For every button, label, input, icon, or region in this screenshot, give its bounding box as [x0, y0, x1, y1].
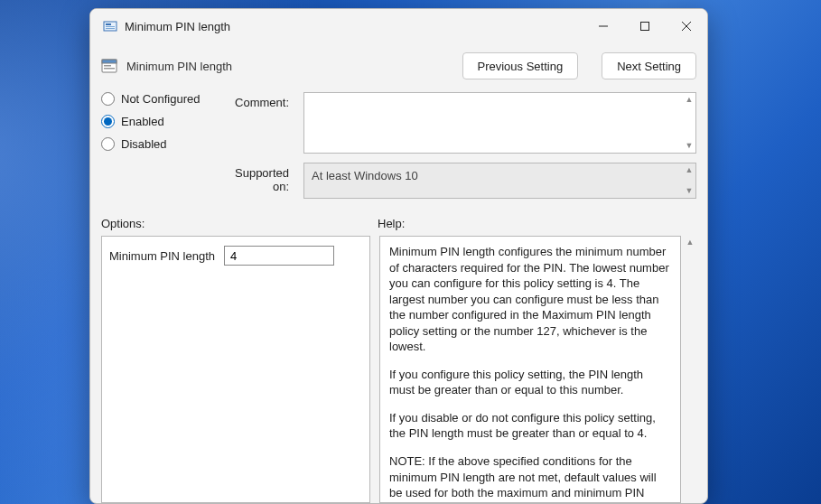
options-panel: Minimum PIN length ▲ ▼ — [101, 236, 370, 503]
radio-enabled-input[interactable] — [101, 115, 115, 128]
comment-supported-column: Comment: ▲ ▼ Supported on: At least Wind… — [222, 92, 696, 199]
close-icon — [682, 22, 691, 31]
scroll-down-icon[interactable]: ▼ — [685, 142, 694, 150]
help-paragraph: If you disable or do not configure this … — [389, 410, 671, 442]
minimize-button[interactable] — [583, 9, 624, 43]
close-button[interactable] — [666, 9, 707, 43]
panels-header: Options: Help: — [101, 217, 696, 230]
maximize-button[interactable] — [624, 9, 666, 43]
scroll-up-icon[interactable]: ▲ — [684, 238, 696, 247]
option-field-label: Minimum PIN length — [109, 249, 215, 263]
svg-rect-9 — [102, 60, 117, 63]
supported-on-box: At least Windows 10 ▲ ▼ — [303, 163, 696, 199]
scroll-down-icon[interactable]: ▼ — [685, 187, 694, 195]
svg-rect-10 — [104, 65, 111, 67]
panels-row: Minimum PIN length ▲ ▼ Minimum PIN lengt… — [101, 236, 696, 503]
state-radio-group: Not Configured Enabled Disabled — [101, 92, 210, 199]
policy-icon — [101, 58, 117, 74]
app-icon — [103, 19, 117, 33]
radio-not-configured-label: Not Configured — [121, 92, 200, 106]
scroll-up-icon[interactable]: ▲ — [685, 166, 694, 174]
maximize-icon — [640, 22, 649, 31]
scroll-up-icon[interactable]: ▲ — [685, 96, 694, 104]
svg-rect-3 — [106, 28, 115, 29]
supported-label: Supported on: — [222, 163, 303, 199]
radio-disabled[interactable]: Disabled — [101, 137, 210, 151]
comment-textarea[interactable]: ▲ ▼ — [303, 92, 696, 154]
titlebar: Minimum PIN length — [90, 9, 707, 43]
radio-enabled-label: Enabled — [121, 115, 164, 128]
content-area: Minimum PIN length Previous Setting Next… — [90, 43, 707, 503]
min-pin-length-input[interactable] — [225, 247, 387, 265]
header-row: Minimum PIN length Previous Setting Next… — [101, 52, 696, 79]
comment-label: Comment: — [222, 92, 303, 154]
help-panel: Minimum PIN length configures the minimu… — [379, 236, 681, 503]
policy-subtitle: Minimum PIN length — [126, 60, 232, 73]
policy-editor-window: Minimum PIN length Minimum PIN length Pr… — [89, 8, 708, 504]
radio-not-configured[interactable]: Not Configured — [101, 92, 210, 106]
options-header: Options: — [101, 217, 378, 230]
previous-setting-button[interactable]: Previous Setting — [462, 52, 579, 79]
svg-rect-11 — [104, 68, 115, 70]
supported-value: At least Windows 10 — [312, 169, 418, 182]
svg-rect-2 — [106, 26, 115, 27]
help-paragraph: Minimum PIN length configures the minimu… — [389, 244, 671, 355]
minimize-icon — [599, 22, 608, 31]
svg-rect-5 — [641, 23, 649, 31]
next-setting-button[interactable]: Next Setting — [602, 52, 696, 79]
help-wrap: Minimum PIN length configures the minimu… — [379, 236, 696, 503]
help-header: Help: — [378, 217, 405, 230]
radio-disabled-input[interactable] — [101, 137, 115, 151]
config-area: Not Configured Enabled Disabled Comment:… — [101, 92, 696, 199]
min-pin-length-spinner[interactable]: ▲ ▼ — [224, 246, 334, 266]
radio-disabled-label: Disabled — [121, 137, 167, 151]
radio-enabled[interactable]: Enabled — [101, 115, 210, 128]
help-scrollbar[interactable]: ▲ — [684, 236, 696, 503]
option-row: Minimum PIN length ▲ ▼ — [109, 246, 362, 266]
help-paragraph: NOTE: If the above specified conditions … — [389, 453, 671, 503]
svg-rect-1 — [106, 23, 111, 25]
window-title: Minimum PIN length — [125, 20, 230, 33]
radio-not-configured-input[interactable] — [101, 92, 115, 106]
help-paragraph: If you configure this policy setting, th… — [389, 367, 671, 398]
